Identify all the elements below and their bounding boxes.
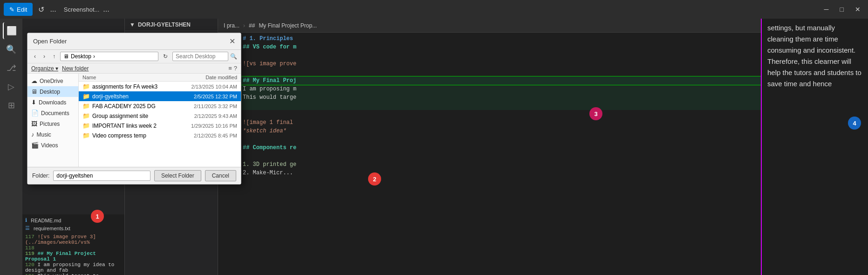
run-icon[interactable]: ▷ bbox=[3, 78, 20, 95]
select-folder-button[interactable]: Select Folder bbox=[154, 170, 201, 181]
dialog-title-bar: Open Folder ✕ bbox=[27, 33, 241, 50]
path-arrow: › bbox=[93, 53, 95, 60]
videos-icon: 🎬 bbox=[31, 142, 39, 149]
dialog-search-button[interactable]: 🔍 bbox=[230, 53, 237, 60]
sidebar-item-label: Music bbox=[37, 131, 51, 138]
folder-input[interactable] bbox=[53, 171, 150, 181]
path-text: Desktop bbox=[71, 53, 91, 60]
requirements-icon: ☰ bbox=[25, 225, 30, 231]
col-name-header: Name bbox=[82, 75, 177, 80]
vscode-activity-bar: ⬜ 🔍 ⎇ ▷ ⊞ bbox=[0, 19, 22, 275]
file-date: 2/13/2025 10:04 AM bbox=[177, 84, 237, 89]
code-line-110 bbox=[239, 51, 761, 60]
refresh-icon[interactable]: ↺ bbox=[36, 3, 46, 16]
nav-up-button[interactable]: ↑ bbox=[50, 52, 58, 61]
code-line-125: *sketch idea* bbox=[239, 127, 761, 135]
close-button[interactable]: ✕ bbox=[851, 4, 864, 15]
code-line-123 bbox=[239, 110, 761, 118]
requirements-label: requirements.txt bbox=[34, 226, 70, 231]
code-line-129: 1. 3D printed ge bbox=[239, 160, 761, 169]
code-line-127: ## Components re bbox=[239, 144, 761, 152]
folder-icon: 📁 bbox=[82, 122, 90, 129]
code-line-119: ## My Final Proj bbox=[239, 76, 761, 85]
cancel-button[interactable]: Cancel bbox=[205, 170, 236, 181]
sidebar-item-videos[interactable]: 🎬 Videos bbox=[27, 140, 78, 151]
code-line-118 bbox=[239, 68, 761, 76]
organize-button[interactable]: Organize ▾ bbox=[31, 65, 58, 72]
file-row-selected[interactable]: 📁 dorji-gyeltshen 2/5/2025 12:32 PM bbox=[79, 91, 241, 101]
dialog-file-list: Name Date modified 📁 assignments for FA … bbox=[79, 74, 241, 167]
file-name: dorji-gyeltshen bbox=[92, 93, 177, 100]
editor-topbar: I pra... › ## My Final Project Prop... bbox=[218, 19, 761, 33]
code-line-1: # 1. Principles bbox=[239, 34, 761, 43]
sidebar-item-pictures[interactable]: 🖼 Pictures bbox=[27, 118, 78, 129]
file-row[interactable]: 📁 Video compress temp 2/12/2025 8:45 PM bbox=[79, 131, 241, 140]
file-row[interactable]: 📁 assignments for FA week3 2/13/2025 10:… bbox=[79, 82, 241, 91]
new-folder-button[interactable]: New folder bbox=[62, 65, 89, 72]
sidebar-item-onedrive[interactable]: ☁ OneDrive bbox=[27, 76, 78, 86]
more-options-button[interactable]: ... bbox=[50, 5, 56, 14]
sidebar-item-downloads[interactable]: ⬇ Downloads bbox=[27, 97, 78, 108]
code-line-117: ![vs image prove bbox=[239, 60, 761, 68]
folder-icon: 📁 bbox=[82, 132, 90, 139]
sidebar-item-label: Pictures bbox=[40, 121, 60, 127]
source-control-icon[interactable]: ⎇ bbox=[3, 60, 20, 76]
breadcrumb-part3: My Final Project Prop... bbox=[259, 22, 317, 29]
nav-refresh-button[interactable]: ↻ bbox=[160, 52, 171, 61]
badge-3: 3 bbox=[589, 107, 602, 120]
maximize-button[interactable]: □ bbox=[836, 4, 847, 15]
search-icon[interactable]: 🔍 bbox=[3, 41, 20, 58]
breadcrumb-part1: I pra... bbox=[224, 22, 239, 29]
dialog-footer: Folder: Select Folder Cancel bbox=[27, 167, 241, 184]
dialog-toolbar-left: Organize ▾ New folder bbox=[31, 65, 89, 72]
path-icon: 🖥 bbox=[63, 53, 69, 60]
sidebar-item-documents[interactable]: 📄 Documents bbox=[27, 108, 78, 118]
code-line-121: This would targe bbox=[239, 93, 761, 102]
dialog-title: Open Folder bbox=[33, 38, 67, 45]
badge-1: 1 bbox=[91, 210, 104, 223]
code-line-120: I am proposing m bbox=[239, 85, 761, 93]
tree-header: ▼ DORJI-GYELTSHEN bbox=[125, 19, 218, 31]
badge-4: 4 bbox=[848, 117, 861, 130]
minimize-button[interactable]: ─ bbox=[820, 4, 833, 15]
sidebar-item-label: OneDrive bbox=[40, 78, 63, 84]
file-row[interactable]: 📁 IMPORTANT links week 2 1/29/2025 10:16… bbox=[79, 121, 241, 131]
extensions-icon[interactable]: ⊞ bbox=[3, 97, 20, 114]
onedrive-icon: ☁ bbox=[31, 77, 37, 84]
file-row[interactable]: 📁 Group assignment site 2/12/2025 9:43 A… bbox=[79, 111, 241, 121]
open-folder-dialog: Open Folder ✕ ‹ › ↑ 🖥 Desktop › ↻ 🔍 Orga… bbox=[27, 33, 241, 185]
sidebar-item-label: Desktop bbox=[40, 89, 60, 95]
nav-back-button[interactable]: ‹ bbox=[31, 52, 39, 61]
sidebar-item-music[interactable]: ♪ Music bbox=[27, 129, 78, 140]
folder-icon: 📁 bbox=[82, 103, 90, 110]
code-line-130: 2. Make-Micr... bbox=[239, 169, 761, 177]
file-name: assignments for FA week3 bbox=[92, 83, 177, 90]
code-content: # 1. Principles ## VS code for m ![vs im… bbox=[239, 33, 761, 275]
badge-2: 2 bbox=[368, 172, 381, 186]
title-more-button[interactable]: ... bbox=[103, 5, 109, 14]
window-title: Screenshot... bbox=[64, 6, 100, 13]
dialog-close-button[interactable]: ✕ bbox=[229, 37, 235, 46]
sidebar-item-desktop[interactable]: 🖥 Desktop bbox=[27, 86, 78, 97]
dialog-nav: ‹ › ↑ 🖥 Desktop › ↻ 🔍 bbox=[27, 50, 241, 63]
dialog-search-input[interactable] bbox=[172, 52, 228, 61]
desktop-icon: 🖥 bbox=[31, 88, 37, 95]
dialog-toolbar: Organize ▾ New folder ≡ ? bbox=[27, 63, 241, 74]
left-panel: Open Folder ✕ ‹ › ↑ 🖥 Desktop › ↻ 🔍 Orga… bbox=[22, 19, 125, 275]
file-name: Group assignment site bbox=[92, 113, 177, 119]
music-icon: ♪ bbox=[31, 131, 34, 138]
window-controls: ─ □ ✕ bbox=[820, 4, 864, 15]
view-list-button[interactable]: ≡ bbox=[228, 65, 232, 72]
dialog-path-bar[interactable]: 🖥 Desktop › bbox=[60, 52, 158, 61]
nav-forward-button[interactable]: › bbox=[41, 52, 48, 61]
file-row[interactable]: 📁 FAB ACADEMY 2025 DG 2/11/2025 3:32 PM bbox=[79, 101, 241, 111]
edit-icon: ✎ bbox=[9, 6, 14, 13]
readme-label: README.md bbox=[31, 218, 61, 223]
view-help-button[interactable]: ? bbox=[234, 65, 237, 72]
code-line-124: ![image 1 final bbox=[239, 118, 761, 127]
dialog-content: ☁ OneDrive 🖥 Desktop ⬇ Downloads 📄 Docum… bbox=[27, 74, 241, 167]
breadcrumb-sep1: › bbox=[243, 22, 245, 29]
edit-button[interactable]: ✎ Edit bbox=[4, 3, 33, 16]
editor-content: 1 101 110 117 118 119 120 121 122 123 12… bbox=[218, 33, 761, 275]
explorer-icon[interactable]: ⬜ bbox=[3, 22, 20, 39]
